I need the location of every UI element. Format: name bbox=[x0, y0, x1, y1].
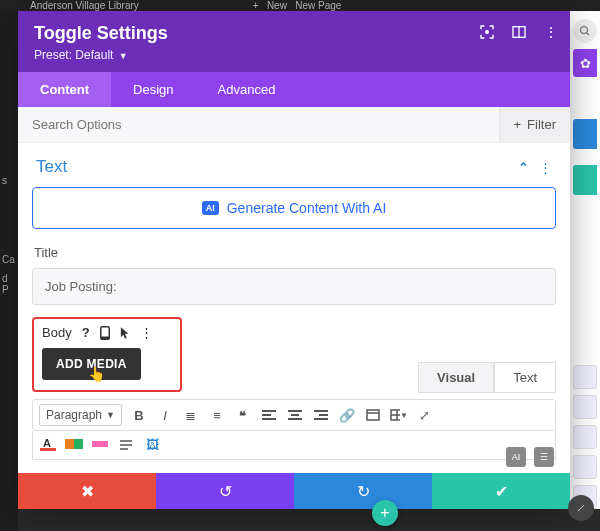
bullet-list-button[interactable]: ≣ bbox=[182, 406, 200, 424]
right-action-strip: ✿ bbox=[570, 11, 600, 509]
help-icon[interactable]: ? bbox=[82, 325, 90, 340]
green-action[interactable] bbox=[573, 165, 597, 195]
confirm-button[interactable]: ✔ bbox=[432, 473, 570, 509]
panel-content: Text ⌃ ⋮ AI Generate Content With AI Tit… bbox=[18, 143, 570, 473]
filter-button[interactable]: + Filter bbox=[499, 107, 570, 142]
format-select[interactable]: Paragraph▼ bbox=[39, 404, 122, 426]
title-input[interactable] bbox=[32, 268, 556, 305]
panel-title: Toggle Settings bbox=[34, 23, 554, 44]
body-label: Body bbox=[42, 325, 72, 340]
italic-button[interactable]: I bbox=[156, 406, 174, 424]
link-button[interactable]: 🔗 bbox=[338, 406, 356, 424]
section-more-icon[interactable]: ⋮ bbox=[539, 160, 552, 175]
stub-3[interactable] bbox=[573, 425, 597, 449]
add-fab[interactable]: + bbox=[372, 500, 398, 526]
title-label: Title bbox=[34, 245, 554, 260]
svg-point-0 bbox=[581, 27, 588, 34]
collapse-icon[interactable]: ⌃ bbox=[518, 160, 529, 175]
settings-corner-button[interactable]: ☰ bbox=[534, 447, 554, 467]
editor-toolbar-row2: A 🖼 bbox=[32, 431, 556, 460]
redo-button[interactable]: ↻ bbox=[294, 473, 432, 509]
editor-tab-visual[interactable]: Visual bbox=[418, 362, 494, 393]
content-corner-actions: AI ☰ bbox=[506, 447, 554, 467]
cancel-button[interactable]: ✖ bbox=[18, 473, 156, 509]
clear-format-button[interactable] bbox=[117, 435, 135, 453]
stub-2[interactable] bbox=[573, 395, 597, 419]
columns-icon[interactable] bbox=[510, 23, 528, 41]
highlight-button[interactable] bbox=[91, 435, 109, 453]
more-fab[interactable]: ⟋ bbox=[568, 495, 594, 521]
panel-footer: ✖ ↺ ↻ ✔ bbox=[18, 473, 570, 509]
ai-corner-button[interactable]: AI bbox=[506, 447, 526, 467]
wp-admin-sidebar-sliver: s Ca d P bbox=[0, 11, 18, 531]
align-right-button[interactable] bbox=[312, 406, 330, 424]
fullscreen-button[interactable]: ⤢ bbox=[416, 406, 434, 424]
phone-icon[interactable] bbox=[100, 326, 110, 340]
search-input[interactable] bbox=[18, 107, 499, 142]
tab-design[interactable]: Design bbox=[111, 72, 195, 107]
browser-tab-strip: Anderson Village Library + New New Page bbox=[0, 0, 600, 11]
stub-4[interactable] bbox=[573, 455, 597, 479]
table-button[interactable]: ▼ bbox=[390, 406, 408, 424]
stub-1[interactable] bbox=[573, 365, 597, 389]
align-center-button[interactable] bbox=[286, 406, 304, 424]
section-title: Text bbox=[36, 157, 67, 177]
svg-rect-6 bbox=[101, 327, 108, 336]
editor-toolbar: Paragraph▼ B I ≣ ≡ ❝ 🔗 ▼ ⤢ bbox=[32, 399, 556, 431]
svg-text:A: A bbox=[43, 437, 51, 449]
hand-cursor-icon: 👆 bbox=[88, 366, 105, 382]
undo-button[interactable]: ↺ bbox=[156, 473, 294, 509]
editor-tab-text[interactable]: Text bbox=[494, 362, 556, 393]
quote-button[interactable]: ❝ bbox=[234, 406, 252, 424]
panel-header: Toggle Settings Preset: Default ▼ ⋮ bbox=[18, 11, 570, 72]
svg-rect-16 bbox=[367, 410, 379, 420]
plus-icon: + bbox=[514, 117, 522, 132]
settings-tabs: Content Design Advanced bbox=[18, 72, 570, 107]
settings-panel: Toggle Settings Preset: Default ▼ ⋮ Cont… bbox=[18, 11, 570, 509]
generate-ai-button[interactable]: AI Generate Content With AI bbox=[32, 187, 556, 229]
align-left-button[interactable] bbox=[260, 406, 278, 424]
blue-action[interactable] bbox=[573, 119, 597, 149]
tab-advanced[interactable]: Advanced bbox=[196, 72, 298, 107]
svg-line-1 bbox=[587, 33, 590, 36]
add-media-button[interactable]: ADD MEDIA 👆 bbox=[42, 348, 141, 380]
tab-content[interactable]: Content bbox=[18, 72, 111, 107]
cursor-icon[interactable] bbox=[120, 326, 130, 340]
number-list-button[interactable]: ≡ bbox=[208, 406, 226, 424]
scan-icon[interactable] bbox=[478, 23, 496, 41]
search-row: + Filter bbox=[18, 107, 570, 143]
preset-selector[interactable]: Preset: Default ▼ bbox=[34, 48, 554, 62]
search-icon[interactable] bbox=[573, 19, 597, 43]
image-button[interactable]: 🖼 bbox=[143, 435, 161, 453]
more-icon[interactable]: ⋮ bbox=[542, 23, 560, 41]
palette-button[interactable] bbox=[65, 435, 83, 453]
body-more-icon[interactable]: ⋮ bbox=[140, 325, 153, 340]
insert-button[interactable] bbox=[364, 406, 382, 424]
text-color-button[interactable]: A bbox=[39, 435, 57, 453]
ai-badge-icon: AI bbox=[202, 201, 219, 215]
gear-icon[interactable]: ✿ bbox=[573, 49, 597, 77]
bold-button[interactable]: B bbox=[130, 406, 148, 424]
svg-point-2 bbox=[486, 31, 489, 34]
caret-down-icon: ▼ bbox=[119, 51, 128, 61]
